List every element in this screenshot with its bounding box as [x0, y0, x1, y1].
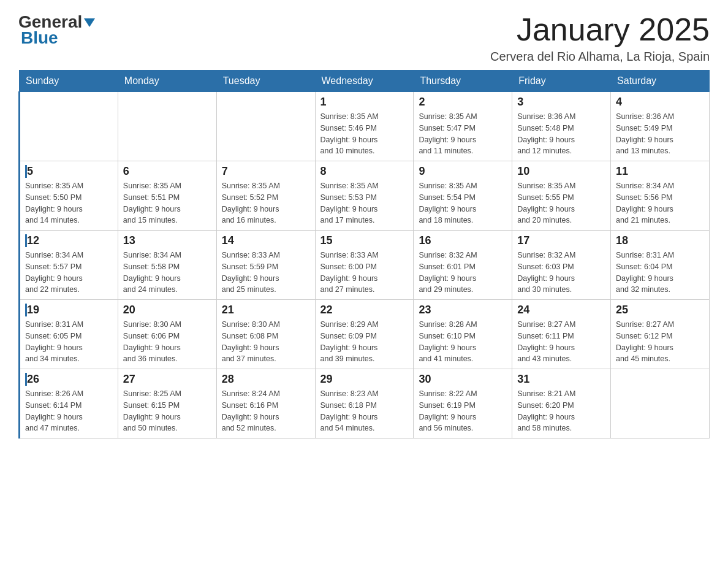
calendar-cell: 17Sunrise: 8:32 AMSunset: 6:03 PMDayligh… — [512, 231, 611, 300]
calendar-cell — [20, 92, 118, 161]
calendar-header-wednesday: Wednesday — [315, 71, 414, 92]
day-info: Sunrise: 8:27 AMSunset: 6:12 PMDaylight:… — [616, 319, 704, 365]
day-number: 28 — [222, 373, 310, 386]
day-number: 11 — [616, 165, 704, 178]
day-info: Sunrise: 8:33 AMSunset: 5:59 PMDaylight:… — [222, 250, 310, 296]
calendar-header-friday: Friday — [512, 71, 611, 92]
logo-triangle-icon — [83, 16, 96, 29]
calendar-cell: 21Sunrise: 8:30 AMSunset: 6:08 PMDayligh… — [216, 300, 315, 369]
calendar-cell — [611, 369, 710, 439]
calendar-cell: 30Sunrise: 8:22 AMSunset: 6:19 PMDayligh… — [414, 369, 512, 439]
day-info: Sunrise: 8:34 AMSunset: 5:56 PMDaylight:… — [616, 180, 704, 226]
day-number: 17 — [517, 234, 605, 247]
calendar-cell: 4Sunrise: 8:36 AMSunset: 5:49 PMDaylight… — [611, 92, 710, 161]
calendar-week-row: 19Sunrise: 8:31 AMSunset: 6:05 PMDayligh… — [20, 300, 710, 369]
calendar-cell: 25Sunrise: 8:27 AMSunset: 6:12 PMDayligh… — [611, 300, 710, 369]
calendar-cell: 27Sunrise: 8:25 AMSunset: 6:15 PMDayligh… — [118, 369, 216, 439]
day-number: 9 — [419, 165, 507, 178]
page-header: General Blue January 2025 Cervera del Ri… — [18, 12, 710, 64]
day-number: 12 — [25, 234, 113, 247]
calendar-week-row: 12Sunrise: 8:34 AMSunset: 5:57 PMDayligh… — [20, 231, 710, 300]
day-number: 24 — [517, 304, 605, 316]
day-info: Sunrise: 8:35 AMSunset: 5:53 PMDaylight:… — [320, 180, 409, 226]
calendar-cell: 29Sunrise: 8:23 AMSunset: 6:18 PMDayligh… — [315, 369, 414, 439]
calendar-cell: 28Sunrise: 8:24 AMSunset: 6:16 PMDayligh… — [216, 369, 315, 439]
day-info: Sunrise: 8:35 AMSunset: 5:52 PMDaylight:… — [222, 180, 310, 226]
day-number: 30 — [419, 373, 507, 386]
day-number: 13 — [123, 234, 211, 247]
calendar-cell: 20Sunrise: 8:30 AMSunset: 6:06 PMDayligh… — [118, 300, 216, 369]
day-info: Sunrise: 8:21 AMSunset: 6:20 PMDaylight:… — [517, 388, 605, 434]
day-number: 15 — [320, 234, 409, 247]
calendar-cell: 1Sunrise: 8:35 AMSunset: 5:46 PMDaylight… — [315, 92, 414, 161]
day-info: Sunrise: 8:22 AMSunset: 6:19 PMDaylight:… — [419, 388, 507, 434]
calendar-header-tuesday: Tuesday — [216, 71, 315, 92]
day-info: Sunrise: 8:30 AMSunset: 6:06 PMDaylight:… — [123, 319, 211, 365]
logo: General Blue — [18, 12, 96, 48]
day-info: Sunrise: 8:31 AMSunset: 6:05 PMDaylight:… — [25, 319, 113, 365]
day-number: 18 — [616, 234, 704, 247]
day-info: Sunrise: 8:24 AMSunset: 6:16 PMDaylight:… — [222, 388, 310, 434]
calendar-cell: 19Sunrise: 8:31 AMSunset: 6:05 PMDayligh… — [20, 300, 118, 369]
day-number: 31 — [517, 373, 605, 386]
day-number: 14 — [222, 234, 310, 247]
calendar-table: SundayMondayTuesdayWednesdayThursdayFrid… — [18, 70, 710, 439]
calendar-cell: 9Sunrise: 8:35 AMSunset: 5:54 PMDaylight… — [414, 161, 512, 231]
day-number: 27 — [123, 373, 211, 386]
day-info: Sunrise: 8:35 AMSunset: 5:50 PMDaylight:… — [25, 180, 113, 226]
location-title: Cervera del Rio Alhama, La Rioja, Spain — [490, 50, 710, 64]
calendar-header-sunday: Sunday — [20, 71, 118, 92]
day-info: Sunrise: 8:32 AMSunset: 6:03 PMDaylight:… — [517, 250, 605, 296]
day-number: 23 — [419, 304, 507, 316]
calendar-cell: 2Sunrise: 8:35 AMSunset: 5:47 PMDaylight… — [414, 92, 512, 161]
day-number: 19 — [25, 304, 113, 316]
calendar-cell: 12Sunrise: 8:34 AMSunset: 5:57 PMDayligh… — [20, 231, 118, 300]
day-number: 26 — [25, 373, 113, 386]
month-title: January 2025 — [490, 12, 710, 47]
day-info: Sunrise: 8:34 AMSunset: 5:58 PMDaylight:… — [123, 250, 211, 296]
calendar-header-saturday: Saturday — [611, 71, 710, 92]
day-info: Sunrise: 8:33 AMSunset: 6:00 PMDaylight:… — [320, 250, 409, 296]
day-info: Sunrise: 8:27 AMSunset: 6:11 PMDaylight:… — [517, 319, 605, 365]
day-info: Sunrise: 8:30 AMSunset: 6:08 PMDaylight:… — [222, 319, 310, 365]
day-info: Sunrise: 8:31 AMSunset: 6:04 PMDaylight:… — [616, 250, 704, 296]
calendar-week-row: 26Sunrise: 8:26 AMSunset: 6:14 PMDayligh… — [20, 369, 710, 439]
calendar-cell: 26Sunrise: 8:26 AMSunset: 6:14 PMDayligh… — [20, 369, 118, 439]
calendar-cell: 22Sunrise: 8:29 AMSunset: 6:09 PMDayligh… — [315, 300, 414, 369]
calendar-cell: 13Sunrise: 8:34 AMSunset: 5:58 PMDayligh… — [118, 231, 216, 300]
day-info: Sunrise: 8:36 AMSunset: 5:49 PMDaylight:… — [616, 111, 704, 157]
title-area: January 2025 Cervera del Rio Alhama, La … — [490, 12, 710, 64]
calendar-cell: 16Sunrise: 8:32 AMSunset: 6:01 PMDayligh… — [414, 231, 512, 300]
day-number: 29 — [320, 373, 409, 386]
day-number: 7 — [222, 165, 310, 178]
day-info: Sunrise: 8:28 AMSunset: 6:10 PMDaylight:… — [419, 319, 507, 365]
calendar-cell: 6Sunrise: 8:35 AMSunset: 5:51 PMDaylight… — [118, 161, 216, 231]
day-info: Sunrise: 8:25 AMSunset: 6:15 PMDaylight:… — [123, 388, 211, 434]
day-number: 8 — [320, 165, 409, 178]
calendar-cell: 7Sunrise: 8:35 AMSunset: 5:52 PMDaylight… — [216, 161, 315, 231]
calendar-week-row: 5Sunrise: 8:35 AMSunset: 5:50 PMDaylight… — [20, 161, 710, 231]
day-info: Sunrise: 8:29 AMSunset: 6:09 PMDaylight:… — [320, 319, 409, 365]
calendar-cell: 3Sunrise: 8:36 AMSunset: 5:48 PMDaylight… — [512, 92, 611, 161]
day-info: Sunrise: 8:23 AMSunset: 6:18 PMDaylight:… — [320, 388, 409, 434]
calendar-week-row: 1Sunrise: 8:35 AMSunset: 5:46 PMDaylight… — [20, 92, 710, 161]
day-number: 5 — [25, 165, 113, 178]
calendar-header-thursday: Thursday — [414, 71, 512, 92]
day-number: 21 — [222, 304, 310, 316]
calendar-cell: 5Sunrise: 8:35 AMSunset: 5:50 PMDaylight… — [20, 161, 118, 231]
day-info: Sunrise: 8:26 AMSunset: 6:14 PMDaylight:… — [25, 388, 113, 434]
day-number: 10 — [517, 165, 605, 178]
day-number: 2 — [419, 96, 507, 109]
calendar-cell — [118, 92, 216, 161]
calendar-cell: 18Sunrise: 8:31 AMSunset: 6:04 PMDayligh… — [611, 231, 710, 300]
calendar-cell: 10Sunrise: 8:35 AMSunset: 5:55 PMDayligh… — [512, 161, 611, 231]
svg-marker-0 — [84, 18, 95, 27]
calendar-cell: 11Sunrise: 8:34 AMSunset: 5:56 PMDayligh… — [611, 161, 710, 231]
day-number: 4 — [616, 96, 704, 109]
day-info: Sunrise: 8:34 AMSunset: 5:57 PMDaylight:… — [25, 250, 113, 296]
day-info: Sunrise: 8:35 AMSunset: 5:51 PMDaylight:… — [123, 180, 211, 226]
day-info: Sunrise: 8:35 AMSunset: 5:55 PMDaylight:… — [517, 180, 605, 226]
calendar-cell: 8Sunrise: 8:35 AMSunset: 5:53 PMDaylight… — [315, 161, 414, 231]
calendar-header-monday: Monday — [118, 71, 216, 92]
day-number: 22 — [320, 304, 409, 316]
